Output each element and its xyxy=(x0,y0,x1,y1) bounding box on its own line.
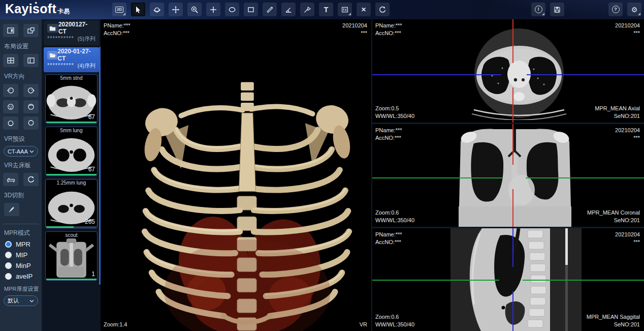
remove-bed-button[interactable] xyxy=(3,173,18,186)
coronal-crosshair-h-left[interactable] xyxy=(372,177,502,178)
pan-button[interactable] xyxy=(169,3,183,16)
thumbnail-label: 1.25mm lung xyxy=(46,180,97,186)
top-bar: Kayisoft卡易 ✦ 2D xyxy=(0,0,644,19)
coronal-crosshair-v-top[interactable] xyxy=(512,124,513,165)
sagittal-crosshair-h-right[interactable] xyxy=(523,280,644,281)
layout-swap-button[interactable] xyxy=(23,24,39,37)
axial-patient-overlay: PName:*** AccNO:*** xyxy=(375,22,402,37)
vr-accno: AccNO:*** xyxy=(104,29,131,37)
mpr-mode-option-mpr[interactable]: MPR xyxy=(0,240,30,248)
zoom-in-button[interactable] xyxy=(187,3,202,16)
mpr-coronal-viewport[interactable]: PName:*** AccNO:*** 20210204 *** Zoom:0.… xyxy=(372,124,644,227)
angle-measure-button[interactable] xyxy=(281,3,296,16)
scalpel-button[interactable] xyxy=(4,203,19,216)
crosshair-button[interactable] xyxy=(206,3,220,16)
vr-head-left-button[interactable] xyxy=(3,84,18,97)
vr-face-back-button[interactable] xyxy=(23,100,39,113)
vr-mode: VR xyxy=(360,321,367,328)
info-button[interactable]: ! xyxy=(531,3,545,16)
sagittal-crosshair-v-bottom[interactable] xyxy=(512,291,513,331)
series-thumbnail-5mm-lung[interactable]: 5mm lung 67 xyxy=(45,127,98,176)
mpr-mode-option-aveip[interactable]: aveIP xyxy=(0,273,33,280)
axial-crosshair-h-left[interactable] xyxy=(372,74,501,75)
coronal-crosshair-v-bottom[interactable] xyxy=(512,189,513,227)
axial-crosshair-h-right[interactable] xyxy=(527,74,644,75)
wwwl: WW/WL:350/40 xyxy=(375,217,414,224)
vr-study-overlay: 20210204 *** xyxy=(342,22,367,37)
vr-mode-overlay: VR xyxy=(360,321,367,328)
study-item-2[interactable]: 2020-01-27-CT ********** (4)序列 xyxy=(44,47,99,72)
text-annotation-button[interactable]: T xyxy=(319,3,333,16)
rotate-3d-button[interactable] xyxy=(150,3,164,16)
masked: *** xyxy=(615,134,640,142)
sagittal-crosshair-h-left[interactable] xyxy=(372,280,499,281)
reset-bed-icon xyxy=(27,175,35,184)
load-progress-fill xyxy=(46,122,96,123)
layout-2d-button[interactable]: 2D xyxy=(112,3,126,16)
ellipse-roi-button[interactable] xyxy=(225,3,239,16)
load-progress-track xyxy=(46,226,96,228)
vr-head-right-button[interactable] xyxy=(23,84,39,97)
measure-line-button[interactable] xyxy=(263,3,277,16)
arrow-annotation-button[interactable] xyxy=(300,3,314,16)
thumbnail-label: 5mm stnd xyxy=(46,75,97,81)
series-thumbnail-5mm-stnd[interactable]: 5mm stnd 67 xyxy=(45,74,98,124)
load-progress-track xyxy=(46,122,96,123)
mpr-axial-viewport[interactable]: PName:*** AccNO:*** 20210204 *** Zoom:0.… xyxy=(372,19,644,123)
study-item-1[interactable]: 20200127-CT ********** (5)序列 xyxy=(44,20,99,45)
mpr-mode-option-mip[interactable]: MIP xyxy=(0,251,27,259)
zoom: Zoom:0.6 xyxy=(375,313,414,321)
seno: SeNO:201 xyxy=(595,112,640,120)
thumbnail-label: scout xyxy=(46,232,97,238)
reset-view-button[interactable] xyxy=(375,3,390,16)
layout-single-button[interactable] xyxy=(3,24,18,37)
reset-bed-button[interactable] xyxy=(23,173,39,186)
help-button[interactable]: ? xyxy=(608,3,623,16)
vr-preset-select[interactable]: CT-AAA xyxy=(4,146,38,157)
load-progress-fill xyxy=(46,174,96,175)
vr-direction-label: VR方向 xyxy=(0,72,25,81)
layout-grid-button[interactable] xyxy=(3,54,18,67)
radio-icon xyxy=(5,273,12,280)
axial-study-overlay: 20210204 *** xyxy=(615,22,640,37)
vr-head-up-button[interactable] xyxy=(3,116,18,130)
coronal-crosshair-h-right[interactable] xyxy=(526,177,644,178)
load-progress-track xyxy=(46,279,96,280)
save-button[interactable] xyxy=(550,3,564,16)
layout-left-panel-button[interactable] xyxy=(23,54,39,67)
vr-face-front-button[interactable] xyxy=(3,100,18,113)
vr-viewport[interactable]: PName:*** AccNO:*** 20210204 *** Zoom:1.… xyxy=(101,19,371,331)
series-scrollbar[interactable] xyxy=(99,47,101,285)
ellipse-roi-icon xyxy=(228,6,236,14)
series-thumbnail-scout[interactable]: scout 1 xyxy=(45,231,98,281)
load-progress-fill xyxy=(46,226,74,228)
study-series-count: (4)序列 xyxy=(78,62,95,70)
radio-label: aveIP xyxy=(16,273,33,280)
zoom: Zoom:0.5 xyxy=(375,105,414,112)
axial-crosshair-v-top[interactable] xyxy=(512,19,513,63)
accno: AccNO:*** xyxy=(375,238,402,246)
window-level-icon xyxy=(341,6,349,14)
window-level-button[interactable] xyxy=(338,3,352,16)
study-masked-id: ********** xyxy=(47,35,74,43)
seno: SeNO:201 xyxy=(587,321,640,328)
coronal-patient-overlay: PName:*** AccNO:*** xyxy=(375,127,402,142)
mpr-mode-option-minp[interactable]: MinP xyxy=(0,262,31,269)
pan-icon xyxy=(172,6,180,14)
sagittal-crosshair-v-top[interactable] xyxy=(512,228,513,267)
mpr-thickness-select[interactable]: 默认 xyxy=(4,295,38,306)
radio-selected-icon xyxy=(5,241,12,248)
series-thumbnail-125mm-lung[interactable]: 1.25mm lung 265 xyxy=(45,179,98,228)
delete-annotation-button[interactable]: ✕ xyxy=(357,3,371,16)
mpr-sagittal-viewport[interactable]: PName:*** AccNO:*** 20210204 *** Zoom:0.… xyxy=(372,228,644,331)
settings-button[interactable]: ⚙ xyxy=(627,3,641,16)
mpr-mode-label: MPR模式 xyxy=(0,229,30,237)
sidebar-divider xyxy=(3,224,39,224)
axial-crosshair-v-bottom[interactable] xyxy=(512,87,513,123)
cursor-select-button[interactable] xyxy=(131,3,145,16)
vr-head-down-button[interactable] xyxy=(23,116,39,130)
view-title: MPR_MEAN Axial xyxy=(595,105,640,112)
main-toolbar: 2D xyxy=(112,3,390,16)
thumbnail-image-count: 67 xyxy=(88,166,95,173)
rect-roi-button[interactable] xyxy=(244,3,258,16)
